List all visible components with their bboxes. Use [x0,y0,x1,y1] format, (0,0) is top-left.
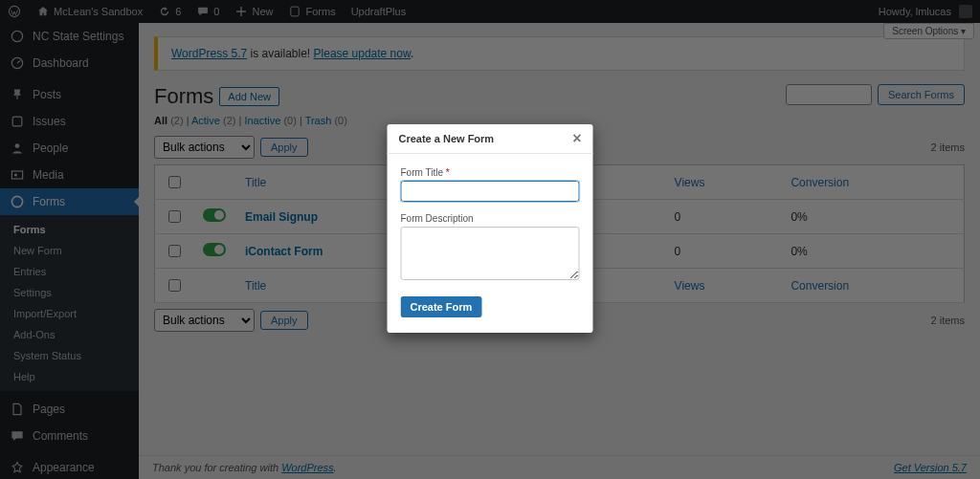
form-title-input[interactable] [401,181,580,202]
form-title-label: Form Title * [401,167,580,178]
form-description-label: Form Description [401,213,580,224]
create-form-button[interactable]: Create Form [401,296,482,317]
form-description-input[interactable] [401,227,580,280]
modal-title: Create a New Form [399,133,495,144]
close-icon[interactable]: × [572,131,581,146]
create-form-modal: Create a New Form × Form Title * Form De… [388,124,593,333]
